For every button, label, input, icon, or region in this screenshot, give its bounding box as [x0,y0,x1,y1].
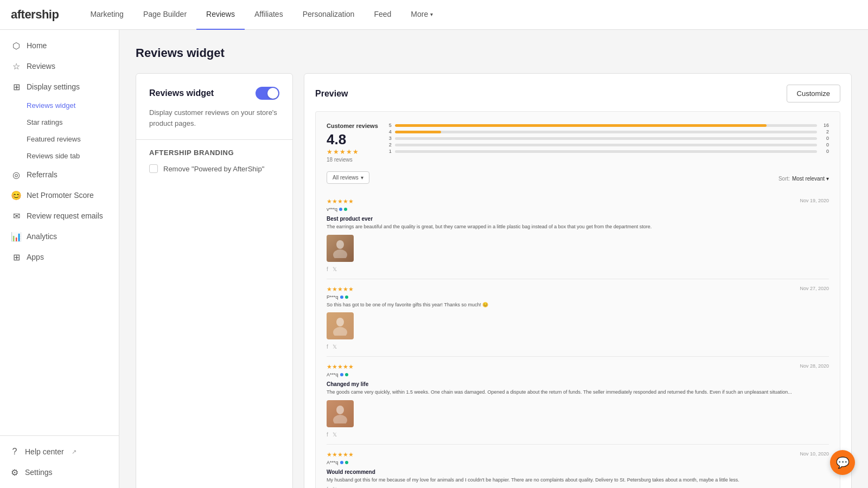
sidebar-item-display-settings[interactable]: ⊞ Display settings [0,76,119,97]
remove-branding-label: Remove "Powered by AfterShip" [163,165,264,173]
sidebar-item-reviews[interactable]: ☆ Reviews [0,56,119,76]
review-item: ★★★★★ v***q Nov 19, 2020 Best product ev… [327,191,829,279]
facebook-share-icon[interactable]: f [327,432,328,438]
sidebar-item-net-promoter-score[interactable]: 😊 Net Promoter Score [0,185,119,206]
nps-icon: 😊 [11,190,21,200]
apps-icon: ⊞ [11,252,21,262]
sidebar-item-analytics[interactable]: 📊 Analytics [0,226,119,247]
nav-marketing[interactable]: Marketing [80,0,133,30]
customize-button[interactable]: Customize [787,85,840,102]
reviews-list: ★★★★★ v***q Nov 19, 2020 Best product ev… [327,191,829,488]
preview-title: Preview [315,89,348,99]
external-link-icon: ↗ [72,448,76,455]
sidebar-item-referrals[interactable]: ◎ Referrals [0,164,119,185]
review-actions: f 𝕏 [327,432,829,438]
sidebar: ⬡ Home ☆ Reviews ⊞ Display settings Revi… [0,30,119,488]
sidebar-sub-reviews-side-tab[interactable]: Reviews side tab [0,147,119,164]
analytics-icon: 📊 [11,232,21,241]
twitter-share-icon[interactable]: 𝕏 [333,266,337,272]
review-item: ★★★★★ P***q Nov 27, 2020 So this has got… [327,279,829,357]
sidebar-sub-reviews-widget[interactable]: Reviews widget [0,97,119,114]
sidebar-item-apps[interactable]: ⊞ Apps [0,247,119,267]
review-header: ★★★★★ A***q Nov 10, 2020 [327,451,829,467]
sidebar-help-label: Help center [25,447,64,456]
svg-point-5 [333,415,347,423]
sort-arrow-icon: ▾ [826,176,829,182]
svg-point-1 [333,249,347,258]
sidebar-item-home[interactable]: ⬡ Home [0,35,119,56]
cr-bar-1: 1 0 [389,149,829,154]
reviews-widget-toggle[interactable] [256,87,279,100]
sidebar-apps-label: Apps [27,253,44,261]
verified-badge [340,373,343,376]
sidebar-settings[interactable]: ⚙ Settings [0,462,119,483]
cr-bar-fill-5 [395,124,767,127]
review-actions: f 𝕏 [327,344,829,350]
sidebar-sub-featured-reviews[interactable]: Featured reviews [0,131,119,147]
sidebar-star-ratings-label: Star ratings [27,118,62,126]
review-date: Nov 19, 2020 [800,198,829,203]
twitter-share-icon[interactable]: 𝕏 [333,432,337,438]
cr-stars: ★★★★★ [327,148,378,156]
cr-bar-track-1 [395,150,817,153]
sidebar-email-label: Review request emails [27,211,103,220]
sort-value-text: Most relevant [792,176,825,182]
nav-page-builder[interactable]: Page Builder [133,0,196,30]
email-icon: ✉ [11,211,21,221]
filter-row: All reviews ▾ Sort: Most relevant ▾ [327,171,829,184]
verified-badge [340,296,343,299]
widget-description: Display customer reviews on your store's… [149,107,279,129]
review-photo [327,400,354,427]
sidebar-reviews-widget-label: Reviews widget [27,101,75,110]
cr-bar-4: 4 2 [389,129,829,134]
sidebar-referrals-label: Referrals [27,170,58,179]
nav-more[interactable]: More ▾ [401,0,443,30]
cr-bar-track-5 [395,124,817,127]
svg-point-2 [336,318,344,326]
review-header: ★★★★★ A***q Nov 28, 2020 [327,363,829,379]
logo[interactable]: aftership [11,8,59,22]
verified-badge [339,208,342,211]
logo-text: aftership [11,8,59,21]
facebook-share-icon[interactable]: f [327,266,328,272]
sidebar-featured-reviews-label: Featured reviews [27,135,81,143]
sidebar-settings-label: Settings [25,468,53,477]
nav-reviews[interactable]: Reviews [196,0,245,30]
review-title: Would recommend [327,469,829,475]
main-layout: ⬡ Home ☆ Reviews ⊞ Display settings Revi… [0,30,868,488]
filter-arrow-icon: ▾ [361,175,363,181]
review-user: A***q [327,460,354,465]
preview-inner: Customer reviews 4.8 ★★★★★ 18 reviews 5 … [315,111,840,488]
sidebar-item-review-request-emails[interactable]: ✉ Review request emails [0,206,119,226]
nav-feed[interactable]: Feed [364,0,401,30]
cr-bar-2: 2 0 [389,142,829,147]
nav-affiliates[interactable]: Affiliates [245,0,293,30]
sidebar-sub-star-ratings[interactable]: Star ratings [0,114,119,131]
review-user: v***q [327,207,354,212]
review-user: A***q [327,372,354,377]
review-photo [327,235,354,262]
remove-branding-checkbox[interactable] [149,164,158,173]
review-body: The earrings are beautiful and the quali… [327,223,829,230]
more-arrow-icon: ▾ [430,11,433,17]
review-body: So this has got to be one of my favorite… [327,301,829,309]
review-date: Nov 27, 2020 [800,286,829,291]
facebook-share-icon[interactable]: f [327,344,328,350]
remove-branding-row[interactable]: Remove "Powered by AfterShip" [149,164,279,173]
review-body: My husband got this for me because of my… [327,477,829,484]
twitter-share-icon[interactable]: 𝕏 [333,344,337,350]
all-reviews-filter[interactable]: All reviews ▾ [327,171,369,184]
filter-label: All reviews [333,175,359,181]
cr-bars-section: 5 16 4 2 3 0 2 0 1 0 [389,123,829,155]
cr-score-section: Customer reviews 4.8 ★★★★★ 18 reviews [327,123,378,163]
sidebar-help-center[interactable]: ? Help center ↗ [0,441,119,462]
cr-bar-fill-4 [395,131,442,133]
review-user: P***q [327,294,354,300]
chat-support-button[interactable]: 💬 [830,450,855,475]
nav-personalization[interactable]: Personalization [293,0,365,30]
branding-divider [136,139,292,140]
cr-bar-5: 5 16 [389,123,829,128]
home-icon: ⬡ [11,41,21,50]
review-header: ★★★★★ v***q Nov 19, 2020 [327,198,829,214]
sort-value[interactable]: Most relevant ▾ [792,176,829,182]
